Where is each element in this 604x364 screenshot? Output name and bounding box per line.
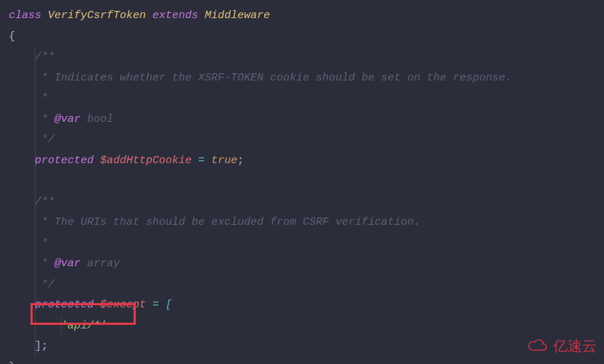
classname: VerifyCsrfToken <box>48 9 146 22</box>
property-name: $except <box>100 299 146 311</box>
phpdoc-tag: @var <box>54 257 81 270</box>
code-line: 'api/*' <box>9 316 595 337</box>
operator: = <box>192 154 211 167</box>
code-line: * @var array <box>9 254 595 275</box>
comment-text: * <box>35 113 54 125</box>
keyword-extends: extends <box>152 9 198 22</box>
svg-point-0 <box>542 344 543 345</box>
comment-text: * <box>35 257 54 270</box>
comment-text: bool <box>81 113 113 125</box>
code-line: protected $addHttpCookie = true; <box>9 151 595 172</box>
code-line: */ <box>9 275 595 296</box>
string-literal: 'api/*' <box>61 320 107 332</box>
classname-parent: Middleware <box>205 9 270 22</box>
code-line: { <box>9 27 595 48</box>
code-line: * Indicates whether the XSRF-TOKEN cooki… <box>9 68 595 89</box>
comment-text: array <box>81 257 120 270</box>
code-line: * <box>9 88 595 109</box>
code-line: /** <box>9 192 595 213</box>
operator: = [ <box>146 299 172 311</box>
keyword-protected: protected <box>35 154 94 167</box>
code-line: */ <box>9 130 595 151</box>
comment-text: * <box>35 237 48 249</box>
comment-text: * <box>35 92 48 104</box>
code-line: /** <box>9 47 595 68</box>
comment-text: * Indicates whether the XSRF-TOKEN cooki… <box>35 72 512 84</box>
comment-close: */ <box>35 278 54 291</box>
blank-line <box>9 171 595 192</box>
code-line: protected $except = [ <box>9 295 595 316</box>
keyword-class: class <box>9 9 41 22</box>
property-name: $addHttpCookie <box>100 154 192 167</box>
comment-open: /** <box>35 51 54 63</box>
comment-open: /** <box>35 196 54 208</box>
code-line: ]; <box>9 336 595 357</box>
code-line: * @var bool <box>9 109 595 131</box>
const-true: true <box>211 154 237 167</box>
comment-text: * The URIs that should be excluded from … <box>35 216 420 228</box>
keyword-protected: protected <box>35 299 94 311</box>
code-line: * The URIs that should be excluded from … <box>9 212 595 233</box>
code-block: class VerifyCsrfToken extends Middleware… <box>9 6 595 364</box>
code-line: * <box>9 233 595 255</box>
code-line: } <box>9 357 595 365</box>
cloud-icon <box>526 338 550 354</box>
comment-close: */ <box>35 133 54 146</box>
phpdoc-tag: @var <box>54 113 81 125</box>
code-line: class VerifyCsrfToken extends Middleware <box>9 6 595 27</box>
watermark: 亿速云 <box>526 332 597 360</box>
watermark-text: 亿速云 <box>553 332 597 360</box>
